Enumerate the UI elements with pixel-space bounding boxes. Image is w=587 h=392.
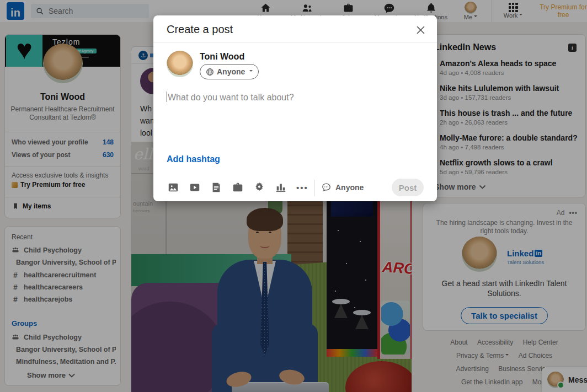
audience-label: Anyone	[217, 67, 245, 76]
modal-title: Create a post	[167, 23, 233, 36]
editor-placeholder: What do you want to talk about?	[168, 93, 294, 102]
divider	[153, 42, 437, 42]
add-hashtag-button[interactable]: Add hashtag	[167, 154, 220, 164]
comment-control-button[interactable]: Anyone	[321, 182, 364, 192]
add-photo-icon[interactable]	[167, 181, 180, 194]
comment-audience-label: Anyone	[335, 183, 364, 192]
modal-author-avatar	[167, 51, 193, 77]
globe-icon	[206, 68, 214, 76]
divider	[314, 180, 315, 196]
add-document-icon[interactable]	[210, 181, 223, 194]
create-poll-icon[interactable]	[274, 181, 287, 194]
celebrate-occasion-icon[interactable]	[253, 181, 266, 194]
chevron-down-icon	[249, 70, 253, 73]
share-job-icon[interactable]	[231, 181, 244, 194]
text-cursor	[167, 92, 167, 102]
create-post-modal: Create a post Toni Wood Anyone What do y…	[153, 15, 437, 201]
audience-selector[interactable]: Anyone	[200, 64, 259, 79]
comment-icon	[321, 182, 332, 192]
post-toolbar: •••	[167, 178, 309, 197]
more-options-icon[interactable]: •••	[296, 183, 309, 192]
add-video-icon[interactable]	[188, 181, 201, 194]
post-editor[interactable]: What do you want to talk about?	[167, 92, 424, 147]
post-button[interactable]: Post	[392, 179, 424, 196]
modal-author-name: Toni Wood	[200, 52, 244, 62]
close-icon[interactable]	[414, 23, 427, 36]
linkedin-app: in Home My Network Jobs Messaging	[0, 0, 587, 392]
